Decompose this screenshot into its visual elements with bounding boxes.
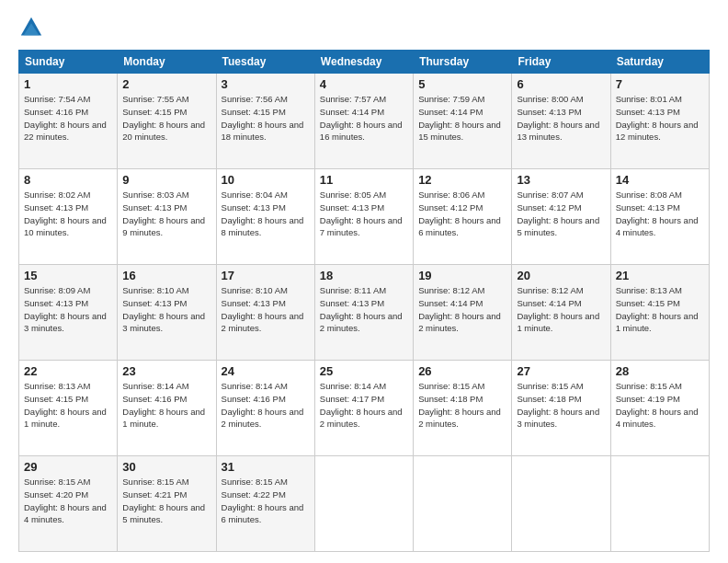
calendar-cell: 6 Sunrise: 8:00 AM Sunset: 4:13 PM Dayli… [512,74,610,169]
day-number: 18 [320,269,408,282]
day-info: Sunrise: 8:15 AM Sunset: 4:18 PM Dayligh… [418,380,506,431]
day-number: 16 [122,269,210,282]
calendar-cell: 13 Sunrise: 8:07 AM Sunset: 4:12 PM Dayl… [512,169,610,265]
calendar-cell [610,456,709,552]
day-info: Sunrise: 7:54 AM Sunset: 4:16 PM Dayligh… [24,93,112,144]
calendar-week-4: 22 Sunrise: 8:13 AM Sunset: 4:15 PM Dayl… [19,361,710,456]
calendar-cell: 24 Sunrise: 8:14 AM Sunset: 4:16 PM Dayl… [216,361,314,456]
calendar-cell: 20 Sunrise: 8:12 AM Sunset: 4:14 PM Dayl… [512,265,610,361]
day-number: 2 [122,77,210,91]
day-info: Sunrise: 8:10 AM Sunset: 4:13 PM Dayligh… [222,284,310,335]
day-info: Sunrise: 8:12 AM Sunset: 4:14 PM Dayligh… [418,284,506,335]
calendar-cell: 19 Sunrise: 8:12 AM Sunset: 4:14 PM Dayl… [414,265,512,361]
calendar-cell: 28 Sunrise: 8:15 AM Sunset: 4:19 PM Dayl… [610,361,709,456]
calendar-cell: 11 Sunrise: 8:05 AM Sunset: 4:13 PM Dayl… [314,169,413,265]
day-info: Sunrise: 8:01 AM Sunset: 4:13 PM Dayligh… [616,93,704,144]
day-number: 14 [616,173,704,187]
day-info: Sunrise: 8:13 AM Sunset: 4:15 PM Dayligh… [616,284,704,335]
calendar-cell: 23 Sunrise: 8:14 AM Sunset: 4:16 PM Dayl… [118,361,216,456]
calendar-page: SundayMondayTuesdayWednesdayThursdayFrid… [0,0,728,563]
day-number: 1 [24,77,112,91]
day-info: Sunrise: 8:00 AM Sunset: 4:13 PM Dayligh… [517,93,605,144]
calendar-week-3: 15 Sunrise: 8:09 AM Sunset: 4:13 PM Dayl… [19,265,710,361]
day-number: 10 [222,173,310,187]
day-info: Sunrise: 8:15 AM Sunset: 4:19 PM Dayligh… [616,380,704,431]
calendar-cell: 30 Sunrise: 8:15 AM Sunset: 4:21 PM Dayl… [118,456,216,552]
calendar-cell: 9 Sunrise: 8:03 AM Sunset: 4:13 PM Dayli… [118,169,216,265]
day-info: Sunrise: 8:11 AM Sunset: 4:13 PM Dayligh… [320,284,408,335]
day-info: Sunrise: 8:15 AM Sunset: 4:20 PM Dayligh… [24,476,112,526]
day-number: 29 [24,460,112,474]
calendar-cell: 31 Sunrise: 8:15 AM Sunset: 4:22 PM Dayl… [216,456,314,552]
calendar-cell: 7 Sunrise: 8:01 AM Sunset: 4:13 PM Dayli… [610,74,709,169]
calendar-cell: 25 Sunrise: 8:14 AM Sunset: 4:17 PM Dayl… [314,361,413,456]
logo [18,15,48,40]
day-number: 28 [616,364,704,378]
day-info: Sunrise: 7:57 AM Sunset: 4:14 PM Dayligh… [320,93,408,144]
day-number: 11 [320,173,408,187]
day-number: 15 [24,269,112,282]
calendar-header-row: SundayMondayTuesdayWednesdayThursdayFrid… [19,51,710,74]
calendar-header-thursday: Thursday [414,51,512,74]
calendar-header-sunday: Sunday [19,51,118,74]
day-info: Sunrise: 8:06 AM Sunset: 4:12 PM Dayligh… [418,189,506,239]
calendar-cell: 16 Sunrise: 8:10 AM Sunset: 4:13 PM Dayl… [118,265,216,361]
day-number: 22 [24,364,112,378]
calendar-header-saturday: Saturday [610,51,709,74]
calendar-cell: 22 Sunrise: 8:13 AM Sunset: 4:15 PM Dayl… [19,361,118,456]
day-number: 24 [222,364,310,378]
day-info: Sunrise: 8:10 AM Sunset: 4:13 PM Dayligh… [122,284,210,335]
day-number: 23 [122,364,210,378]
day-number: 13 [517,173,605,187]
calendar-header-wednesday: Wednesday [314,51,413,74]
calendar-cell [512,456,610,552]
day-info: Sunrise: 8:05 AM Sunset: 4:13 PM Dayligh… [320,189,408,239]
day-info: Sunrise: 8:04 AM Sunset: 4:13 PM Dayligh… [222,189,310,239]
calendar-cell: 1 Sunrise: 7:54 AM Sunset: 4:16 PM Dayli… [19,74,118,169]
day-number: 8 [24,173,112,187]
day-number: 9 [122,173,210,187]
day-info: Sunrise: 7:55 AM Sunset: 4:15 PM Dayligh… [122,93,210,144]
calendar-cell: 4 Sunrise: 7:57 AM Sunset: 4:14 PM Dayli… [314,74,413,169]
day-number: 4 [320,77,408,91]
header [18,15,710,40]
calendar-cell [314,456,413,552]
calendar-cell: 3 Sunrise: 7:56 AM Sunset: 4:15 PM Dayli… [216,74,314,169]
day-info: Sunrise: 8:08 AM Sunset: 4:13 PM Dayligh… [616,189,704,239]
calendar-week-2: 8 Sunrise: 8:02 AM Sunset: 4:13 PM Dayli… [19,169,710,265]
day-number: 26 [418,364,506,378]
calendar-cell: 21 Sunrise: 8:13 AM Sunset: 4:15 PM Dayl… [610,265,709,361]
calendar-cell: 15 Sunrise: 8:09 AM Sunset: 4:13 PM Dayl… [19,265,118,361]
day-number: 30 [122,460,210,474]
calendar-week-1: 1 Sunrise: 7:54 AM Sunset: 4:16 PM Dayli… [19,74,710,169]
day-number: 3 [222,77,310,91]
calendar-cell: 8 Sunrise: 8:02 AM Sunset: 4:13 PM Dayli… [19,169,118,265]
day-number: 31 [222,460,310,474]
day-number: 27 [517,364,605,378]
day-info: Sunrise: 8:13 AM Sunset: 4:15 PM Dayligh… [24,380,112,431]
day-info: Sunrise: 8:03 AM Sunset: 4:13 PM Dayligh… [122,189,210,239]
calendar-cell [414,456,512,552]
day-number: 19 [418,269,506,282]
day-number: 20 [517,269,605,282]
calendar-cell: 18 Sunrise: 8:11 AM Sunset: 4:13 PM Dayl… [314,265,413,361]
day-info: Sunrise: 8:15 AM Sunset: 4:22 PM Dayligh… [222,476,310,526]
day-info: Sunrise: 8:15 AM Sunset: 4:21 PM Dayligh… [122,476,210,526]
day-info: Sunrise: 8:14 AM Sunset: 4:16 PM Dayligh… [222,380,310,431]
calendar-cell: 17 Sunrise: 8:10 AM Sunset: 4:13 PM Dayl… [216,265,314,361]
day-number: 7 [616,77,704,91]
day-info: Sunrise: 7:56 AM Sunset: 4:15 PM Dayligh… [222,93,310,144]
calendar-cell: 10 Sunrise: 8:04 AM Sunset: 4:13 PM Dayl… [216,169,314,265]
day-info: Sunrise: 8:12 AM Sunset: 4:14 PM Dayligh… [517,284,605,335]
calendar-cell: 2 Sunrise: 7:55 AM Sunset: 4:15 PM Dayli… [118,74,216,169]
calendar-table: SundayMondayTuesdayWednesdayThursdayFrid… [18,50,710,552]
day-number: 21 [616,269,704,282]
day-number: 17 [222,269,310,282]
day-number: 6 [517,77,605,91]
day-number: 25 [320,364,408,378]
day-info: Sunrise: 8:14 AM Sunset: 4:16 PM Dayligh… [122,380,210,431]
calendar-cell: 26 Sunrise: 8:15 AM Sunset: 4:18 PM Dayl… [414,361,512,456]
calendar-header-tuesday: Tuesday [216,51,314,74]
calendar-cell: 14 Sunrise: 8:08 AM Sunset: 4:13 PM Dayl… [610,169,709,265]
calendar-cell: 27 Sunrise: 8:15 AM Sunset: 4:18 PM Dayl… [512,361,610,456]
